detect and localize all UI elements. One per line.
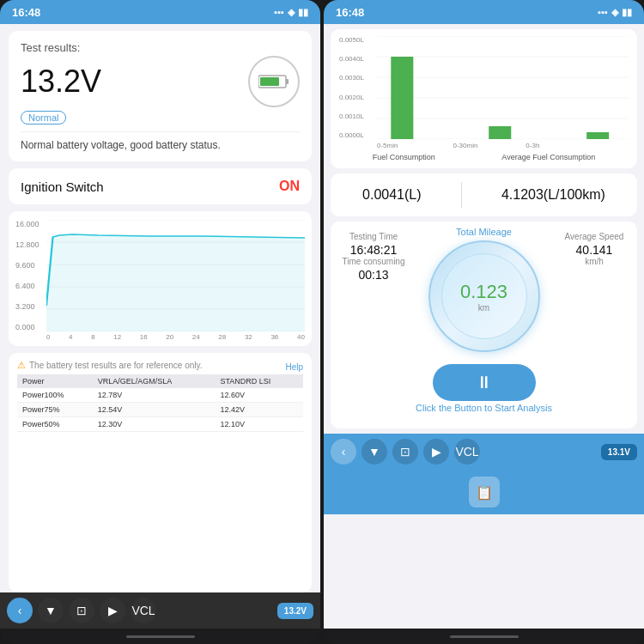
gauge-section: Testing Time 16:48:21 Time consuming 00:…	[331, 222, 637, 428]
right-home-indicator	[324, 629, 644, 644]
fuel-bars-container	[377, 36, 629, 139]
right-status-bar: 16:48 ▪▪▪ ◈ ▮▮	[324, 0, 644, 24]
bottom-info: ⚠ The battery test results are for refer…	[9, 353, 312, 592]
table-header-vrla: VRLA/GEL/AGM/SLA	[93, 374, 216, 388]
gauge-km-unit: km	[478, 303, 489, 313]
table-row: Power100% 12.78V 12.60V	[17, 388, 303, 403]
gauge-title: Total Mileage	[456, 227, 512, 237]
battery-test-card: Test results: 13.2V Normal Normal batter…	[9, 31, 312, 161]
right-content: 0.0050L 0.0040L 0.0030L 0.0020L 0.0010L …	[324, 24, 644, 629]
normal-badge: Normal	[21, 111, 66, 125]
testing-time-block: Testing Time 16:48:21 Time consuming 00:…	[339, 232, 408, 282]
action-bar: 📋	[324, 470, 644, 514]
fuel-consumption-label: Fuel Consumption	[373, 153, 435, 161]
svg-rect-15	[391, 57, 413, 139]
svg-rect-16	[489, 126, 511, 139]
play-icon: ▶	[108, 604, 118, 617]
left-home-indicator	[0, 629, 320, 644]
gauge-circle-inner: 0.123 km	[441, 253, 527, 339]
r-play-button[interactable]: ▶	[423, 439, 449, 465]
avg-speed-unit: km/h	[560, 257, 629, 266]
test-results-label: Test results:	[21, 41, 300, 54]
r-filter-icon: ▼	[368, 445, 380, 459]
voltage-chart-area: 16.000 12.800 9.600 6.400 3.200 0.000	[15, 220, 305, 331]
avg-speed-label: Average Speed	[560, 232, 629, 241]
r-crop-icon: ⊡	[400, 445, 410, 459]
play-button[interactable]: ▶	[100, 598, 125, 623]
time-consuming-label: Time consuming	[339, 257, 408, 266]
right-status-icons: ▪▪▪ ◈ ▮▮	[598, 7, 632, 18]
fuel-y-labels: 0.0050L 0.0040L 0.0030L 0.0020L 0.0010L …	[339, 36, 374, 139]
right-voltage-badge: 13.1V	[601, 444, 637, 460]
r-wifi-icon: ◈	[611, 7, 618, 18]
gauge-circle-wrapper: Total Mileage 0.123 km	[428, 240, 540, 352]
left-toolbar: ‹ ▼ ⊡ ▶ VCL 13.2V	[0, 592, 320, 629]
avg-speed-value: 40.141	[560, 243, 629, 257]
vcl-button[interactable]: VCL	[131, 598, 156, 623]
left-status-icons: ▪▪▪ ◈ ▮▮	[274, 7, 308, 18]
battery-data-table: Power VRLA/GEL/AGM/SLA STANDRD LSI Power…	[17, 374, 303, 432]
r-signal-icon: ▪▪▪	[598, 7, 608, 17]
fuel-x-labels: 0-5min 0-30min 0-3h	[339, 142, 629, 149]
r-play-icon: ▶	[432, 445, 441, 459]
battery-description: Normal battery voltage, good battery sta…	[21, 131, 300, 151]
table-row: Power50% 12.30V 12.10V	[17, 417, 303, 432]
battery-svg	[258, 73, 289, 90]
fuel-chart-area: 0.0050L 0.0040L 0.0030L 0.0020L 0.0010L …	[339, 36, 629, 139]
warning-text: ⚠ The battery test results are for refer…	[17, 360, 203, 371]
battery-circle-icon	[248, 56, 300, 107]
r-vcl-button[interactable]: VCL	[454, 439, 480, 465]
battery-icon: ▮▮	[298, 7, 308, 18]
voltage-chart-card: 16.000 12.800 9.600 6.400 3.200 0.000	[9, 211, 312, 346]
gauge-mileage: 0.123	[460, 281, 507, 303]
time-consuming-value: 00:13	[339, 268, 408, 282]
chart-plot	[46, 220, 305, 331]
left-time: 16:48	[12, 6, 40, 19]
r-filter-button[interactable]: ▼	[361, 439, 387, 465]
left-phone: 16:48 ▪▪▪ ◈ ▮▮ Test results: 13.2V Nor	[0, 0, 320, 644]
pause-button[interactable]: ⏸	[433, 364, 536, 401]
r-crop-button[interactable]: ⊡	[392, 439, 418, 465]
ignition-card: Ignition Switch ON	[9, 168, 312, 204]
chart-y-labels: 16.000 12.800 9.600 6.400 3.200 0.000	[15, 220, 45, 331]
crop-button[interactable]: ⊡	[69, 598, 94, 623]
crop-icon: ⊡	[76, 604, 87, 617]
filter-icon: ▼	[45, 604, 57, 617]
filter-button[interactable]: ▼	[38, 598, 64, 623]
help-link[interactable]: Help	[285, 362, 303, 372]
svg-rect-1	[286, 79, 289, 84]
home-bar	[126, 635, 195, 638]
testing-time-label: Testing Time	[339, 232, 408, 241]
avg-speed-block: Average Speed 40.141 km/h	[560, 232, 629, 266]
avg-fuel-consumption-label: Average Fuel Consumption	[501, 153, 595, 161]
fuel-val-right: 4.1203(L/100km)	[501, 187, 605, 203]
right-home-bar	[450, 635, 519, 638]
right-toolbar: ‹ ▼ ⊡ ▶ VCL 13.1V	[324, 434, 644, 470]
testing-time-value: 16:48:21	[339, 243, 408, 257]
signal-icon: ▪▪▪	[274, 7, 284, 17]
voltage-value: 13.2V	[21, 64, 101, 100]
left-voltage-badge: 13.2V	[277, 603, 313, 619]
table-header-power: Power	[17, 374, 93, 388]
analysis-label: Click the Button to Start Analysis	[416, 403, 552, 413]
svg-rect-2	[260, 77, 279, 86]
report-button[interactable]: 📋	[469, 477, 500, 507]
right-time: 16:48	[336, 6, 364, 19]
fuel-val-divider	[461, 182, 462, 208]
gauge-circle-outer: 0.123 km	[428, 240, 540, 352]
report-icon: 📋	[476, 484, 493, 501]
chart-x-labels: 0 4 8 12 16 20 24 28 32 36 40	[15, 333, 305, 341]
back-button[interactable]: ‹	[7, 598, 33, 623]
fuel-chart-card: 0.0050L 0.0040L 0.0030L 0.0020L 0.0010L …	[331, 29, 637, 168]
r-back-button[interactable]: ‹	[331, 439, 356, 465]
r-battery-icon: ▮▮	[622, 7, 632, 18]
fuel-bars-svg	[377, 36, 629, 139]
svg-rect-17	[586, 132, 609, 139]
fuel-val-left: 0.0041(L)	[362, 187, 422, 203]
ignition-label: Ignition Switch	[21, 179, 104, 194]
left-content: Test results: 13.2V Normal Normal batter…	[0, 24, 320, 629]
fuel-legend: Fuel Consumption Average Fuel Consumptio…	[339, 153, 629, 161]
wifi-icon: ◈	[288, 7, 295, 18]
table-header-standrd: STANDRD LSI	[215, 374, 303, 388]
left-status-bar: 16:48 ▪▪▪ ◈ ▮▮	[0, 0, 320, 24]
